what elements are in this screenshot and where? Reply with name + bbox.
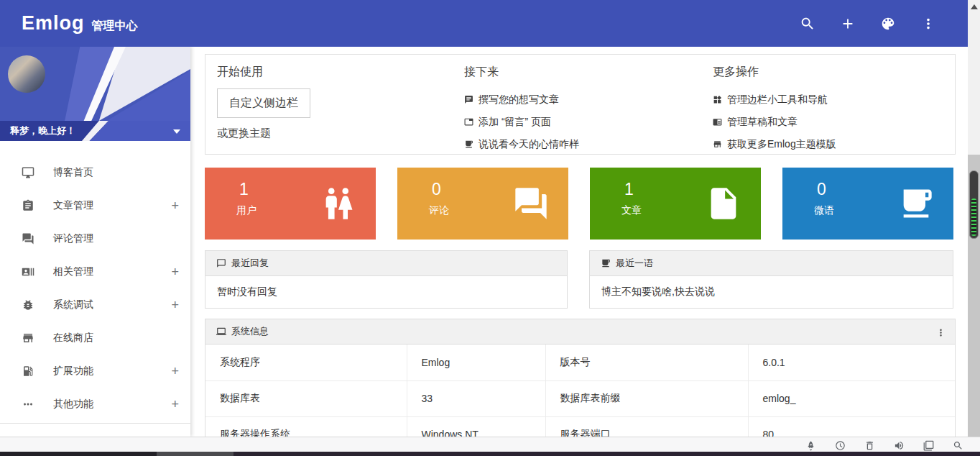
stat-value: 0	[432, 180, 441, 199]
stat-label: 文章	[621, 204, 642, 217]
customize-sidebar-button[interactable]: 自定义侧边栏	[217, 88, 310, 118]
sidebar-item-blog-home[interactable]: 博客首页	[0, 156, 190, 189]
zoom-icon[interactable]	[952, 439, 964, 452]
chevron-down-icon	[173, 129, 180, 134]
table-row: 系统程序 Emlog 版本号 6.0.1	[205, 345, 955, 380]
expand-plus-icon: +	[171, 255, 179, 288]
search-icon[interactable]	[799, 15, 816, 32]
window-icon[interactable]	[923, 439, 935, 452]
contacts-card-icon	[22, 265, 34, 278]
rocket-icon[interactable]	[805, 439, 817, 452]
system-info-table: 系统程序 Emlog 版本号 6.0.1 数据库表 33 数据库表前缀 emlo…	[205, 345, 955, 437]
link-label: 添加 “留言” 页面	[479, 116, 551, 129]
link-label: 获取更多Emlog主题模版	[727, 138, 836, 151]
stat-cards: 1 用户 0 评论 1 文章 0 微语	[205, 168, 956, 240]
people-icon	[320, 185, 357, 222]
desktop-icon	[22, 166, 34, 179]
manage-widgets-link[interactable]: 管理边栏小工具和导航	[713, 88, 950, 111]
extension-icon	[22, 365, 34, 378]
scrollbar-thumb[interactable]	[969, 170, 979, 239]
sidebar-menu: 博客首页 文章管理 + 评论管理 相关管理 + 系统调试 + 在线商店 扩展功能	[0, 156, 190, 421]
recent-twitter-panel: 最近一语 博主不知要说啥,快去说说	[589, 250, 953, 309]
expand-plus-icon: +	[171, 355, 179, 388]
app-logo[interactable]: Emlog 管理中心	[22, 12, 138, 35]
cup-small-icon	[601, 258, 611, 268]
panel-title: 最近一语	[616, 257, 653, 270]
table-cell: 服务器端口	[545, 416, 748, 437]
computer-icon	[216, 327, 226, 337]
sidebar-item-label: 扩展功能	[53, 365, 93, 378]
stat-card-users[interactable]: 1 用户	[205, 168, 376, 240]
sidebar-item-related[interactable]: 相关管理 +	[0, 255, 190, 288]
page-icon	[464, 117, 473, 127]
sidebar-item-label: 其他功能	[53, 398, 93, 411]
comments-icon	[512, 185, 550, 222]
more-vert-icon[interactable]	[920, 15, 937, 32]
welcome-col-title: 更多操作	[713, 65, 950, 80]
get-themes-link[interactable]: 获取更多Emlog主题模版	[713, 133, 950, 155]
greeting-dropdown[interactable]: 释梦，晚上好！	[0, 121, 190, 141]
sidebar-item-label: 系统调试	[53, 298, 93, 311]
welcome-col-title: 接下来	[464, 65, 701, 80]
sidebar-item-extensions[interactable]: 扩展功能 +	[0, 355, 190, 388]
sidebar-divider	[0, 423, 190, 424]
scroll-up-arrow-icon[interactable]	[971, 4, 978, 9]
table-cell: Emlog	[407, 345, 545, 380]
sidebar-item-label: 评论管理	[53, 232, 93, 245]
change-theme-link[interactable]: 或更换主题	[217, 127, 454, 140]
stat-label: 微语	[814, 204, 834, 217]
store-icon	[22, 332, 34, 345]
browser-bottom-bar	[0, 437, 980, 452]
panel-title: 最近回复	[231, 257, 269, 270]
sidebar-item-debug[interactable]: 系统调试 +	[0, 288, 190, 322]
sidebar-item-comments[interactable]: 评论管理	[0, 222, 190, 255]
panel-header: 最近回复	[205, 251, 567, 276]
store-small-icon	[713, 140, 722, 149]
sidebar-item-other[interactable]: 其他功能 +	[0, 388, 190, 421]
table-cell: 服务器操作系统	[205, 416, 407, 437]
page-title: 管理中心	[92, 19, 138, 34]
stat-card-comments[interactable]: 0 评论	[397, 168, 568, 240]
stat-card-twitter[interactable]: 0 微语	[782, 168, 953, 240]
add-icon[interactable]	[839, 15, 856, 32]
bug-icon	[22, 298, 34, 311]
link-label: 撰写您的想写文章	[479, 94, 559, 106]
sidebar-item-label: 在线商店	[53, 332, 93, 345]
table-cell: 系统程序	[205, 345, 407, 380]
table-cell: 80	[748, 416, 955, 437]
post-mood-link[interactable]: 说说看今天的心情咋样	[464, 133, 701, 155]
book-icon	[713, 117, 722, 127]
add-page-link[interactable]: 添加 “留言” 页面	[464, 111, 701, 133]
system-info-panel: 系统信息 系统程序 Emlog 版本号 6.0.1 数据库表 33 数据库表前缀…	[205, 319, 956, 437]
cup-small-icon	[464, 140, 473, 149]
forum-icon	[22, 232, 34, 245]
welcome-col-title: 开始使用	[217, 65, 454, 80]
logo-text: Emlog	[22, 12, 85, 35]
recent-replies-panel: 最近回复 暂时没有回复	[205, 250, 568, 309]
cup-icon	[897, 185, 935, 222]
history-icon[interactable]	[834, 439, 846, 452]
table-cell: 33	[407, 380, 545, 416]
volume-icon[interactable]	[893, 439, 905, 452]
palette-icon[interactable]	[879, 15, 897, 32]
taskbar-edge	[0, 452, 980, 456]
stat-value: 1	[239, 180, 249, 199]
link-label: 管理边栏小工具和导航	[727, 94, 828, 106]
profile-banner	[0, 47, 190, 121]
table-cell: emlog_	[748, 380, 955, 416]
avatar[interactable]	[8, 55, 45, 93]
panel-menu-icon[interactable]	[933, 325, 948, 339]
trash-icon[interactable]	[864, 439, 876, 452]
sidebar-item-label: 博客首页	[53, 166, 93, 179]
write-article-link[interactable]: 撰写您的想写文章	[464, 88, 701, 111]
page-scrollbar	[968, 0, 980, 452]
stat-label: 评论	[429, 204, 449, 217]
welcome-panel: 开始使用 自定义侧边栏 或更换主题 接下来 撰写您的想写文章 添加 “留言” 页…	[205, 54, 956, 155]
stat-card-articles[interactable]: 1 文章	[590, 168, 761, 240]
sidebar-item-articles[interactable]: 文章管理 +	[0, 189, 190, 222]
table-cell: Windows NT	[407, 416, 545, 437]
manage-drafts-link[interactable]: 管理草稿和文章	[713, 111, 950, 133]
bubble-outline-icon	[216, 258, 226, 268]
sidebar-item-store[interactable]: 在线商店	[0, 322, 190, 355]
table-row: 服务器操作系统 Windows NT 服务器端口 80	[205, 416, 955, 437]
